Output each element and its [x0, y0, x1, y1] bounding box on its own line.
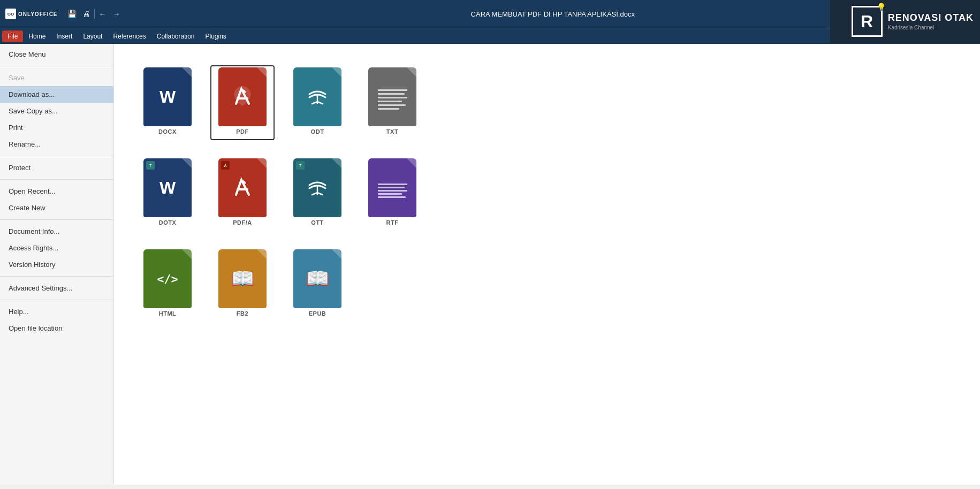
- sidebar-item-save: Save: [0, 70, 113, 86]
- watermark-r-text: R: [888, 12, 895, 23]
- toolbar-icons: 💾 🖨 ← →: [63, 8, 126, 20]
- onlyoffice-logo: OO: [5, 9, 16, 19]
- txt-line-5: [378, 104, 406, 106]
- pdf-acrobat-svg: [232, 83, 253, 110]
- sidebar-item-version-history[interactable]: Version History: [0, 256, 113, 273]
- pdf-label: PDF: [236, 128, 249, 135]
- menu-file[interactable]: File: [2, 30, 23, 42]
- sidebar: Close Menu Save Download as... Save Copy…: [0, 44, 114, 485]
- odt-icon: [293, 67, 341, 126]
- redo-icon[interactable]: →: [111, 8, 123, 20]
- txt-label: TXT: [386, 128, 398, 135]
- watermark-subtitle: Kadrisesia Channel: [888, 25, 974, 30]
- format-docx[interactable]: W DOCX: [135, 65, 200, 140]
- sidebar-item-save-copy[interactable]: Save Copy as...: [0, 103, 113, 119]
- rtf-line-1: [378, 184, 407, 185]
- txt-line-6: [378, 108, 399, 110]
- sidebar-item-access-rights[interactable]: Access Rights...: [0, 240, 113, 256]
- format-rtf[interactable]: RTF: [360, 156, 424, 231]
- sidebar-item-print[interactable]: Print: [0, 119, 113, 136]
- txt-line-1: [378, 89, 407, 91]
- undo-icon[interactable]: ←: [97, 8, 109, 20]
- format-row-3: </> HTML 📖 FB2: [135, 247, 959, 322]
- sidebar-item-open-location[interactable]: Open file location: [0, 320, 113, 337]
- pdf-icon: [218, 67, 267, 126]
- ott-icon: T: [293, 158, 341, 217]
- menu-collaboration[interactable]: Collaboration: [151, 30, 200, 42]
- sidebar-item-rename[interactable]: Rename...: [0, 136, 113, 152]
- dotx-label: DOTX: [159, 219, 177, 226]
- epub-book: 📖: [306, 268, 330, 290]
- format-ott[interactable]: T OTT: [285, 156, 350, 231]
- watermark-brand-text: RENOVASI OTAK: [888, 12, 974, 24]
- format-dotx[interactable]: T W DOTX: [135, 156, 200, 231]
- pdf-symbol: [232, 83, 253, 110]
- save-icon[interactable]: 💾: [66, 8, 78, 20]
- rtf-lines: [374, 179, 412, 202]
- docx-icon: W: [143, 67, 192, 126]
- txt-icon: [368, 67, 416, 126]
- txt-line-4: [378, 101, 402, 102]
- rtf-line-5: [378, 196, 406, 198]
- docx-label: DOCX: [158, 128, 177, 135]
- rtf-line-4: [378, 193, 402, 195]
- pdfa-label: PDF/A: [233, 219, 252, 226]
- sidebar-item-help[interactable]: Help...: [0, 303, 113, 320]
- menu-insert[interactable]: Insert: [51, 30, 78, 42]
- sidebar-item-download-as[interactable]: Download as...: [0, 86, 113, 103]
- sidebar-item-protect[interactable]: Protect: [0, 159, 113, 176]
- sidebar-divider-5: [0, 276, 113, 277]
- toolbar-sep: [94, 9, 95, 19]
- logo-label: ONLYOFFICE: [18, 11, 58, 17]
- logo-text: OO: [7, 12, 14, 17]
- rtf-line-3: [378, 190, 407, 192]
- sidebar-divider-3: [0, 179, 113, 180]
- sidebar-item-advanced-settings[interactable]: Advanced Settings...: [0, 280, 113, 296]
- format-pdf[interactable]: PDF: [210, 65, 275, 140]
- epub-label: EPUB: [309, 310, 326, 317]
- sidebar-item-create-new[interactable]: Create New: [0, 200, 113, 216]
- sidebar-divider-1: [0, 66, 113, 66]
- print-icon[interactable]: 🖨: [80, 8, 92, 20]
- dotx-letter: W: [159, 179, 176, 196]
- epub-book-glyph: 📖: [306, 268, 330, 290]
- txt-line-3: [378, 97, 407, 98]
- menu-layout[interactable]: Layout: [78, 30, 108, 42]
- close-menu-item[interactable]: Close Menu: [0, 46, 113, 63]
- format-epub[interactable]: 📖 EPUB: [285, 247, 350, 322]
- sidebar-divider-4: [0, 219, 113, 220]
- watermark-text-container: RENOVASI OTAK Kadrisesia Channel: [888, 12, 974, 30]
- html-label: HTML: [159, 310, 177, 317]
- sidebar-item-doc-info[interactable]: Document Info...: [0, 223, 113, 240]
- rtf-line-2: [378, 187, 405, 188]
- menu-plugins[interactable]: Plugins: [200, 30, 232, 42]
- txt-lines: [374, 85, 412, 114]
- dotx-badge-t: T: [146, 161, 155, 170]
- format-txt[interactable]: TXT: [360, 65, 424, 140]
- sidebar-item-open-recent[interactable]: Open Recent...: [0, 183, 113, 200]
- html-symbol: </>: [157, 272, 178, 286]
- rtf-label: RTF: [386, 219, 399, 226]
- watermark-rest-text: ENOVASI OTAK: [895, 12, 974, 23]
- format-html[interactable]: </> HTML: [135, 247, 200, 322]
- watermark: R 💡 RENOVASI OTAK Kadrisesia Channel: [830, 0, 980, 43]
- txt-line-2: [378, 93, 405, 95]
- ott-badge-t: T: [296, 161, 305, 170]
- watermark-letter: R: [861, 12, 873, 32]
- odt-label: ODT: [311, 128, 324, 135]
- sidebar-divider-6: [0, 300, 113, 300]
- fb2-book: 📖: [231, 268, 255, 290]
- rtf-icon: [368, 158, 416, 217]
- format-row-2: T W DOTX A: [135, 156, 959, 231]
- docx-letter: W: [159, 88, 176, 105]
- format-odt[interactable]: ODT: [285, 65, 350, 140]
- fb2-label: FB2: [237, 310, 248, 317]
- pdfa-badge-a: A: [221, 161, 230, 170]
- format-pdfa[interactable]: A PDF/A: [210, 156, 275, 231]
- format-fb2[interactable]: 📖 FB2: [210, 247, 275, 322]
- fb2-book-glyph: 📖: [231, 268, 255, 290]
- menu-home[interactable]: Home: [23, 30, 51, 42]
- sidebar-divider-2: [0, 156, 113, 156]
- menu-references[interactable]: References: [108, 30, 151, 42]
- ott-bird-svg: [304, 174, 331, 201]
